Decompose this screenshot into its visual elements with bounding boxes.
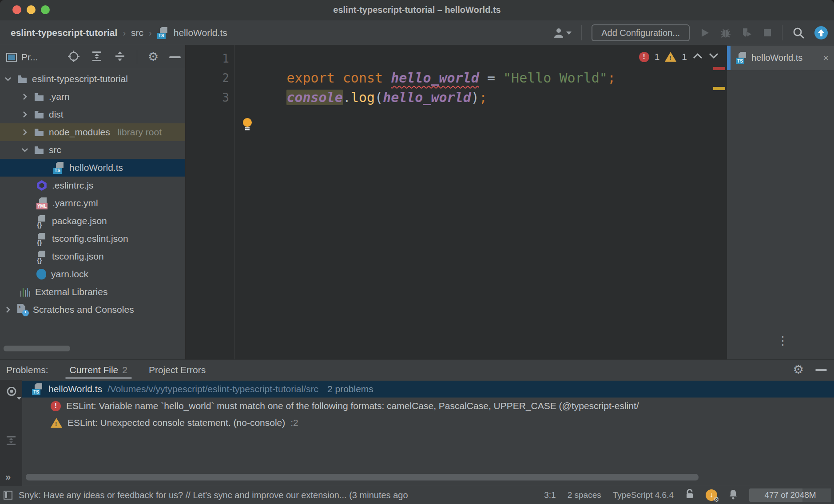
line-number: 2 [186, 68, 229, 88]
tree-item-package-json[interactable]: {} package.json [0, 212, 185, 230]
memory-text: 477 of 2048M [764, 490, 816, 500]
tree-item-label: helloWorld.ts [69, 162, 123, 173]
tree-item-dist-folder[interactable]: dist [0, 106, 185, 123]
search-everywhere-icon[interactable] [792, 27, 805, 39]
previous-problem-icon[interactable] [692, 53, 703, 61]
tree-item-yarn-folder[interactable]: .yarn [0, 88, 185, 106]
navigation-bar: eslint-typescript-tutorial › src › TS he… [0, 20, 834, 45]
intention-bulb-icon[interactable] [242, 117, 253, 132]
json-file-icon: {} [36, 233, 47, 245]
tree-item-project-root[interactable]: eslint-typescript-tutorial [0, 70, 185, 88]
next-problem-icon[interactable] [708, 53, 719, 61]
typescript-file-icon: TS [32, 383, 43, 395]
add-configuration-button[interactable]: Add Configuration... [592, 24, 690, 41]
update-download-icon[interactable]: ↓ ⚙ [706, 489, 717, 501]
run-with-coverage-icon[interactable] [741, 27, 753, 39]
chevron-collapsed-icon[interactable] [20, 129, 29, 136]
problems-count: 2 problems [327, 384, 373, 394]
chevron-expanded-icon[interactable] [4, 77, 12, 81]
breadcrumb-folder[interactable]: src [131, 28, 143, 38]
view-options-eye-icon[interactable] [5, 390, 18, 398]
tree-item-label: dist [49, 109, 64, 120]
tree-item-helloworld-ts[interactable]: TS helloWorld.ts [0, 159, 185, 177]
tree-item-scratches[interactable]: › Scratches and Consoles [0, 301, 185, 319]
code-line-1[interactable]: export const hello_world = "Hello World"… [238, 49, 616, 68]
breadcrumb-file[interactable]: helloWorld.ts [174, 28, 227, 38]
project-panel-title[interactable]: Pr... [21, 52, 38, 63]
locate-file-icon[interactable] [68, 50, 80, 64]
problems-body: » TS helloWorld.ts /Volumes/v/yytypescri… [0, 380, 834, 486]
update-available-icon[interactable] [814, 26, 828, 39]
line-number: 1 [186, 49, 229, 68]
code-paren: ( [375, 90, 383, 105]
yarn-file-icon [36, 269, 46, 280]
error-count-icon: ! [639, 52, 649, 62]
tree-item-yarnrc-yml[interactable]: YML .yarnrc.yml [0, 194, 185, 212]
editor-tab-label: helloWorld.ts [751, 53, 802, 63]
collapse-all-icon[interactable] [114, 50, 126, 64]
indent-setting[interactable]: 2 spaces [568, 490, 601, 500]
error-stripe-mark[interactable] [713, 67, 725, 70]
caret-position[interactable]: 3:1 [544, 490, 556, 500]
inspection-widget[interactable]: ! 1 ! 1 [639, 51, 719, 62]
typescript-file-icon: TS [157, 27, 168, 39]
project-tool-window: Pr... ⚙ [0, 45, 186, 359]
project-panel-icon [6, 53, 17, 62]
settings-gear-icon[interactable]: ⚙ [148, 51, 159, 63]
problems-file-row[interactable]: TS helloWorld.ts /Volumes/v/yytypescript… [22, 381, 834, 398]
folder-icon [34, 128, 44, 136]
memory-indicator[interactable]: 477 of 2048M [749, 488, 831, 502]
problems-tool-window: Problems: Current File 2 Project Errors … [0, 359, 834, 486]
tree-item-eslintrc[interactable]: .eslintrc.js [0, 177, 185, 194]
typescript-file-icon: TS [736, 52, 747, 64]
code-line-2[interactable]: console.log(hello_world); [238, 68, 487, 88]
breadcrumb-project[interactable]: eslint-typescript-tutorial [11, 28, 117, 38]
problems-horizontal-scrollbar[interactable] [26, 474, 699, 480]
tree-item-external-libraries[interactable]: External Libraries [0, 283, 185, 301]
more-actions-icon[interactable]: » [5, 472, 11, 483]
tree-item-tsconfig-eslint-json[interactable]: {} tsconfig.eslint.json [0, 230, 185, 248]
tree-item-yarn-lock[interactable]: yarn.lock [0, 265, 185, 283]
window-title: eslint-typescript-tutorial – helloWorld.… [0, 5, 834, 15]
code-editor[interactable]: 1 2 3 export const hello_world = "Hello … [186, 45, 727, 359]
hide-panel-icon[interactable] [169, 56, 181, 58]
stop-icon[interactable] [763, 28, 772, 38]
chevron-collapsed-icon[interactable] [20, 93, 29, 100]
toolwindow-switcher-icon[interactable] [4, 491, 12, 500]
tree-item-src-folder[interactable]: src [0, 141, 185, 159]
tree-item-label: Scratches and Consoles [33, 304, 134, 315]
toolbar-actions: Add Configuration... [553, 20, 828, 45]
status-message[interactable]: Snyk: Have any ideas or feedback for us?… [19, 490, 408, 500]
editor-tab-helloworld[interactable]: TS helloWorld.ts × [731, 46, 834, 70]
chevron-collapsed-icon[interactable] [20, 111, 29, 118]
tree-item-label: .yarnrc.yml [52, 198, 98, 209]
problem-row-warning[interactable]: ! ESLint: Unexpected console statement. … [22, 414, 834, 431]
run-icon[interactable] [699, 28, 710, 38]
warning-stripe-mark[interactable] [713, 87, 725, 90]
problems-settings-gear-icon[interactable]: ⚙ [793, 364, 804, 376]
problem-line-ref: :2 [290, 417, 298, 428]
typescript-version[interactable]: TypeScript 4.6.4 [613, 490, 674, 500]
expand-all-icon[interactable] [91, 50, 103, 64]
notifications-bell-icon[interactable] [729, 489, 738, 501]
folder-icon [34, 146, 44, 154]
close-tab-icon[interactable]: × [823, 52, 829, 64]
problem-row-error[interactable]: ! ESLint: Variable name `hello_world` mu… [22, 398, 834, 414]
problems-title: Problems: [6, 365, 48, 375]
tree-item-node-modules-folder[interactable]: node_modules library root [0, 123, 185, 141]
tree-item-tsconfig-json[interactable]: {} tsconfig.json [0, 248, 185, 265]
chevron-expanded-icon[interactable] [20, 148, 29, 152]
collapse-all-icon[interactable] [5, 435, 17, 448]
tab-project-errors[interactable]: Project Errors [149, 360, 206, 380]
code-argument: hello_world [383, 90, 471, 105]
debug-icon[interactable] [720, 27, 731, 39]
lock-icon[interactable] [685, 489, 694, 501]
project-tree-horizontal-scrollbar[interactable] [4, 346, 70, 351]
hide-problems-panel-icon[interactable] [815, 369, 827, 371]
tab-current-file[interactable]: Current File 2 [70, 360, 127, 380]
chevron-collapsed-icon[interactable] [4, 306, 12, 313]
user-account-icon[interactable] [553, 27, 572, 39]
editor-options-kebab-icon[interactable]: ⋮ [777, 334, 789, 348]
tree-item-label: src [49, 145, 61, 155]
code-string: "Hello World" [503, 70, 608, 86]
